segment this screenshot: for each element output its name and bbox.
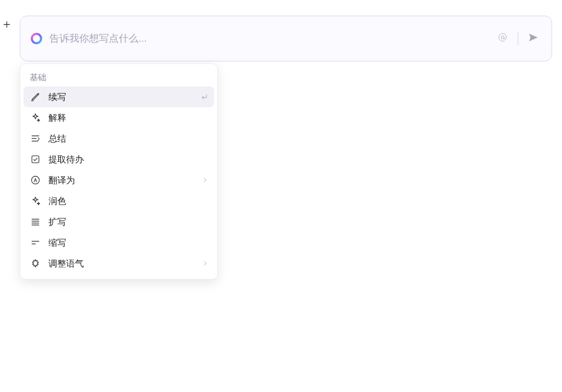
menu-item-label: 润色 <box>48 195 209 207</box>
add-button[interactable] <box>1 19 13 30</box>
ai-prompt-input[interactable] <box>49 33 497 44</box>
menu-item-5[interactable]: 润色 <box>20 191 217 211</box>
menu-item-label: 调整语气 <box>48 258 202 270</box>
svg-point-0 <box>32 34 41 43</box>
menu-item-label: 翻译为 <box>48 174 202 186</box>
svg-point-1 <box>501 36 504 39</box>
plus-icon <box>2 20 11 29</box>
menu-item-label: 扩写 <box>48 216 209 228</box>
mention-button[interactable] <box>497 32 508 45</box>
menu-item-label: 缩写 <box>48 237 209 249</box>
menu-item-3[interactable]: 提取待办 <box>20 149 217 170</box>
tone-icon <box>30 258 41 269</box>
enter-key-icon <box>199 92 209 102</box>
summary-icon <box>30 133 41 144</box>
menu-item-2[interactable]: 总结 <box>20 128 217 149</box>
menu-item-label: 总结 <box>48 133 209 145</box>
menu-section-label: 基础 <box>20 68 217 86</box>
checkbox-icon <box>30 154 41 165</box>
ai-actions-menu: 基础 续写解释总结提取待办翻译为润色扩写缩写调整语气 <box>20 64 218 280</box>
ai-logo-icon <box>30 32 43 45</box>
sparkle-icon <box>30 195 41 207</box>
menu-item-8[interactable]: 调整语气 <box>20 253 217 274</box>
menu-item-label: 解释 <box>48 112 209 124</box>
shrink-icon <box>30 237 41 248</box>
expand-icon <box>30 216 41 227</box>
menu-item-label: 续写 <box>48 91 199 103</box>
translate-icon <box>30 174 41 186</box>
send-button[interactable] <box>528 32 539 45</box>
pencil-icon <box>30 91 41 103</box>
sparkle-icon <box>30 112 41 123</box>
menu-item-4[interactable]: 翻译为 <box>20 170 217 191</box>
divider <box>518 32 518 45</box>
chevron-right-icon <box>202 260 209 267</box>
chevron-right-icon <box>202 176 209 184</box>
send-icon <box>528 32 539 43</box>
svg-point-6 <box>32 176 40 184</box>
menu-item-1[interactable]: 解释 <box>20 107 217 128</box>
menu-item-7[interactable]: 缩写 <box>20 232 217 253</box>
menu-item-label: 提取待办 <box>48 154 209 166</box>
at-icon <box>497 32 508 43</box>
svg-rect-5 <box>32 156 39 162</box>
menu-item-6[interactable]: 扩写 <box>20 211 217 232</box>
ai-input-bar[interactable] <box>20 16 552 61</box>
menu-item-0[interactable]: 续写 <box>23 86 214 107</box>
